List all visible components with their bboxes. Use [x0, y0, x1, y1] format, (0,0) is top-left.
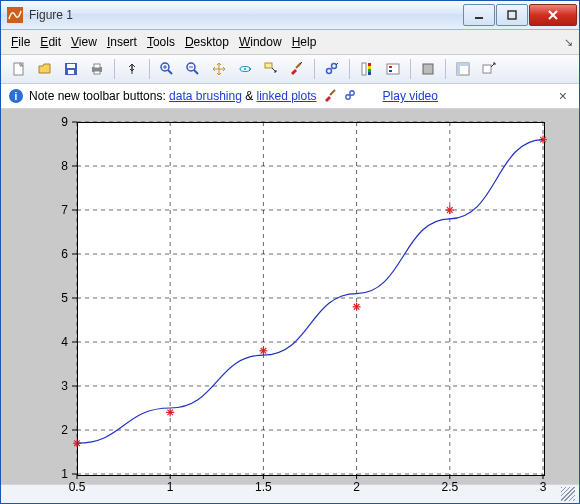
- svg-rect-8: [68, 70, 74, 74]
- insert-legend-button[interactable]: [381, 57, 405, 81]
- svg-point-43: [349, 90, 353, 94]
- minimize-button[interactable]: [463, 4, 495, 26]
- rotate-3d-button[interactable]: [233, 57, 257, 81]
- maximize-button[interactable]: [496, 4, 528, 26]
- print-button[interactable]: [85, 57, 109, 81]
- link-linked-plots[interactable]: linked plots: [257, 89, 317, 103]
- brush-button[interactable]: [285, 57, 309, 81]
- svg-rect-36: [423, 64, 433, 74]
- svg-rect-2: [508, 11, 516, 19]
- menu-insert[interactable]: Insert: [103, 34, 141, 50]
- link-data-brushing[interactable]: data brushing: [169, 89, 242, 103]
- data-cursor-button[interactable]: [259, 57, 283, 81]
- infobar-close-button[interactable]: ×: [555, 88, 571, 104]
- svg-text:5: 5: [61, 291, 68, 305]
- show-plot-tools-button[interactable]: [451, 57, 475, 81]
- svg-line-13: [168, 70, 172, 74]
- axes: 0.511.522.53123456789: [1, 109, 580, 504]
- open-button[interactable]: [33, 57, 57, 81]
- svg-point-27: [332, 64, 337, 69]
- svg-text:6: 6: [61, 247, 68, 261]
- svg-rect-10: [94, 64, 100, 68]
- info-bar: i Note new toolbar buttons: data brushin…: [1, 84, 579, 109]
- window-title: Figure 1: [29, 8, 462, 22]
- print-icon: [89, 61, 105, 77]
- zoom-in-icon: [159, 61, 175, 77]
- svg-line-17: [194, 70, 198, 74]
- svg-text:2: 2: [353, 480, 360, 494]
- data-cursor-icon: [263, 61, 279, 77]
- menu-file[interactable]: File: [7, 34, 34, 50]
- insert-legend-icon: [385, 61, 401, 77]
- svg-text:9: 9: [61, 115, 68, 129]
- svg-point-20: [244, 68, 246, 70]
- window-buttons: [462, 4, 577, 26]
- menu-desktop[interactable]: Desktop: [181, 34, 233, 50]
- svg-text:3: 3: [540, 480, 547, 494]
- svg-rect-38: [457, 63, 469, 66]
- svg-rect-39: [457, 66, 460, 75]
- save-icon: [63, 61, 79, 77]
- svg-text:2: 2: [61, 423, 68, 437]
- app-icon: [7, 7, 23, 23]
- svg-rect-30: [368, 66, 371, 69]
- svg-line-41: [330, 90, 335, 95]
- new-figure-button[interactable]: [7, 57, 31, 81]
- menu-window[interactable]: Window: [235, 34, 286, 50]
- figure-canvas[interactable]: 0.511.522.53123456789: [1, 109, 579, 484]
- svg-rect-40: [483, 65, 491, 73]
- svg-text:1: 1: [167, 480, 174, 494]
- show-plot-tools-icon: [455, 61, 471, 77]
- svg-rect-11: [94, 71, 100, 74]
- zoom-in-button[interactable]: [155, 57, 179, 81]
- dock-figure-button[interactable]: [477, 57, 501, 81]
- zoom-out-button[interactable]: [181, 57, 205, 81]
- svg-text:1: 1: [61, 467, 68, 481]
- link-play-video[interactable]: Play video: [383, 89, 438, 103]
- link-plot-button[interactable]: [320, 57, 344, 81]
- zoom-out-icon: [185, 61, 201, 77]
- pan-icon: [211, 61, 227, 77]
- insert-colorbar-button[interactable]: [355, 57, 379, 81]
- rotate-3d-icon: [237, 61, 253, 77]
- svg-rect-7: [67, 64, 75, 68]
- svg-text:1.5: 1.5: [255, 480, 272, 494]
- svg-text:7: 7: [61, 203, 68, 217]
- info-text: Note new toolbar buttons: data brushing …: [29, 89, 317, 103]
- figure-window: Figure 1 FileEditViewInsertToolsDesktopW…: [0, 0, 580, 504]
- dock-figure-icon: [481, 61, 497, 77]
- svg-rect-31: [368, 69, 371, 72]
- svg-text:0.5: 0.5: [69, 480, 86, 494]
- svg-rect-21: [265, 63, 272, 68]
- pan-button[interactable]: [207, 57, 231, 81]
- menu-edit[interactable]: Edit: [36, 34, 65, 50]
- save-button[interactable]: [59, 57, 83, 81]
- menu-tools[interactable]: Tools: [143, 34, 179, 50]
- link-mini-icon: [343, 88, 357, 105]
- edit-plot-icon: [124, 61, 140, 77]
- svg-rect-28: [362, 63, 366, 75]
- open-icon: [37, 61, 53, 77]
- toolbar: [1, 55, 579, 84]
- link-plot-icon: [324, 61, 340, 77]
- svg-point-42: [345, 94, 349, 98]
- svg-text:4: 4: [61, 335, 68, 349]
- edit-plot-button[interactable]: [120, 57, 144, 81]
- svg-text:2.5: 2.5: [441, 480, 458, 494]
- menubar-corner-icon[interactable]: ↘: [564, 36, 573, 49]
- menu-bar: FileEditViewInsertToolsDesktopWindowHelp…: [1, 30, 579, 55]
- insert-colorbar-icon: [359, 61, 375, 77]
- svg-text:8: 8: [61, 159, 68, 173]
- svg-rect-33: [387, 64, 399, 74]
- new-figure-icon: [11, 61, 27, 77]
- info-icon: i: [9, 89, 23, 103]
- hide-plot-tools-button[interactable]: [416, 57, 440, 81]
- brush-icon: [289, 61, 305, 77]
- menu-help[interactable]: Help: [288, 34, 321, 50]
- title-bar[interactable]: Figure 1: [1, 1, 579, 30]
- svg-rect-29: [368, 63, 371, 66]
- svg-rect-32: [368, 72, 371, 75]
- close-button[interactable]: [529, 4, 577, 26]
- menu-view[interactable]: View: [67, 34, 101, 50]
- svg-text:3: 3: [61, 379, 68, 393]
